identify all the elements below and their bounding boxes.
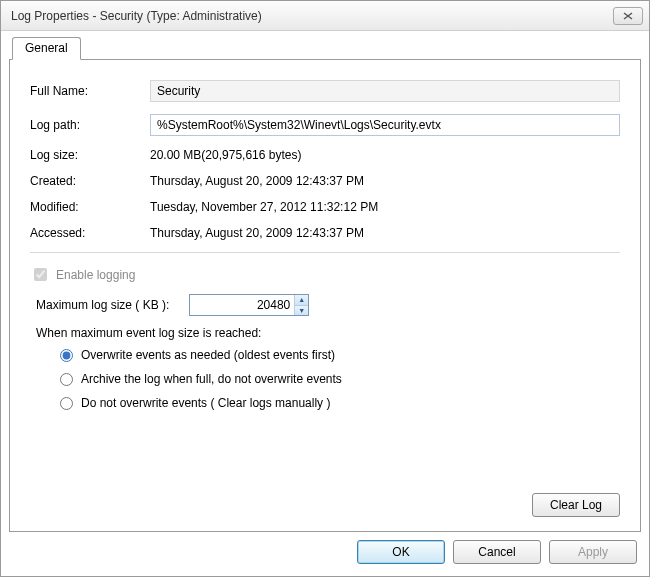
radio-archive[interactable] [60, 373, 73, 386]
apply-button[interactable]: Apply [549, 540, 637, 564]
label-modified: Modified: [30, 200, 150, 214]
client-area: General Full Name: Security Log path: Lo… [9, 37, 641, 532]
radio-overwrite[interactable] [60, 349, 73, 362]
radio-group-when-max: Overwrite events as needed (oldest event… [30, 348, 620, 410]
separator [30, 252, 620, 253]
clear-log-row: Clear Log [532, 493, 620, 517]
label-accessed: Accessed: [30, 226, 150, 240]
radio-none[interactable] [60, 397, 73, 410]
max-size-label: Maximum log size ( KB ): [36, 298, 169, 312]
enable-logging-label: Enable logging [56, 268, 135, 282]
enable-logging-checkbox [34, 268, 47, 281]
row-log-path: Log path: [30, 114, 620, 136]
window-title: Log Properties - Security (Type: Adminis… [11, 9, 613, 23]
radio-row-none[interactable]: Do not overwrite events ( Clear logs man… [60, 396, 620, 410]
radio-overwrite-label: Overwrite events as needed (oldest event… [81, 348, 335, 362]
clear-log-button[interactable]: Clear Log [532, 493, 620, 517]
tab-general[interactable]: General [12, 37, 81, 60]
radio-row-archive[interactable]: Archive the log when full, do not overwr… [60, 372, 620, 386]
dialog-footer: OK Cancel Apply [357, 540, 637, 564]
label-created: Created: [30, 174, 150, 188]
label-log-size: Log size: [30, 148, 150, 162]
input-log-path[interactable] [150, 114, 620, 136]
row-accessed: Accessed: Thursday, August 20, 2009 12:4… [30, 226, 620, 240]
titlebar: Log Properties - Security (Type: Adminis… [1, 1, 649, 31]
max-size-spinner[interactable]: ▲ ▼ [189, 294, 309, 316]
dialog-window: Log Properties - Security (Type: Adminis… [0, 0, 650, 577]
value-accessed: Thursday, August 20, 2009 12:43:37 PM [150, 226, 620, 240]
max-size-input[interactable] [190, 295, 294, 315]
value-created: Thursday, August 20, 2009 12:43:37 PM [150, 174, 620, 188]
radio-archive-label: Archive the log when full, do not overwr… [81, 372, 342, 386]
row-created: Created: Thursday, August 20, 2009 12:43… [30, 174, 620, 188]
spinner-up[interactable]: ▲ [295, 295, 308, 306]
radio-none-label: Do not overwrite events ( Clear logs man… [81, 396, 330, 410]
radio-row-overwrite[interactable]: Overwrite events as needed (oldest event… [60, 348, 620, 362]
label-log-path: Log path: [30, 118, 150, 132]
value-log-size: 20.00 MB(20,975,616 bytes) [150, 148, 620, 162]
when-max-label: When maximum event log size is reached: [30, 326, 620, 340]
cancel-button[interactable]: Cancel [453, 540, 541, 564]
value-full-name: Security [150, 80, 620, 102]
tabpanel-general: Full Name: Security Log path: Log size: … [9, 59, 641, 532]
close-button[interactable] [613, 7, 643, 25]
enable-logging-row: Enable logging [30, 265, 620, 284]
label-full-name: Full Name: [30, 84, 150, 98]
row-full-name: Full Name: Security [30, 80, 620, 102]
max-size-row: Maximum log size ( KB ): ▲ ▼ [30, 294, 620, 316]
value-modified: Tuesday, November 27, 2012 11:32:12 PM [150, 200, 620, 214]
close-icon [623, 12, 633, 20]
row-log-size: Log size: 20.00 MB(20,975,616 bytes) [30, 148, 620, 162]
tabstrip: General [9, 37, 641, 59]
spinner-buttons: ▲ ▼ [294, 295, 308, 315]
ok-button[interactable]: OK [357, 540, 445, 564]
row-modified: Modified: Tuesday, November 27, 2012 11:… [30, 200, 620, 214]
spinner-down[interactable]: ▼ [295, 306, 308, 316]
